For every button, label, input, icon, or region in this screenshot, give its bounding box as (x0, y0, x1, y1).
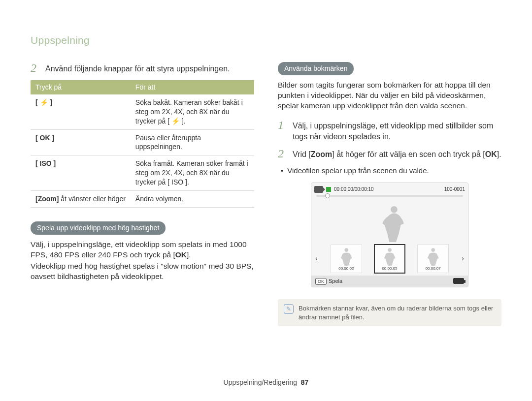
progress-knob-icon (325, 193, 330, 198)
table-key: [ ISO ] (31, 155, 131, 191)
page-section-title: Uppspelning (31, 33, 501, 47)
progress-bar (316, 195, 463, 197)
silhouette-figure (374, 204, 414, 242)
step-number: 2 (31, 62, 39, 74)
page-footer: Uppspelning/Redigering 87 (0, 378, 532, 387)
table-row: [ ⚡ ] Söka bakåt. Kameran söker bakåt i … (31, 94, 254, 129)
body-text: Välj, i uppspelningsläge, ett videoklipp… (31, 240, 254, 260)
thumbnail-selected: 00:00:05 (374, 244, 405, 274)
heading-pill-bookmarks: Använda bokmärken (278, 62, 354, 75)
table-val: Pausa eller återuppta uppspelningen. (131, 129, 254, 155)
note-icon: ✎ (284, 304, 294, 314)
chevron-right-icon: › (461, 254, 465, 263)
bullet-dot-icon: • (281, 166, 283, 176)
note-box: ✎ Bokmärken stannar kvar, även om du rad… (278, 299, 501, 326)
table-val: Söka bakåt. Kameran söker bakåt i steg o… (131, 94, 254, 129)
battery-icon (453, 278, 464, 284)
video-icon (314, 186, 323, 193)
thumbnail-time: 00:00:05 (375, 266, 404, 273)
body-text: Videoklipp med hög hastighet spelas i "s… (31, 261, 254, 282)
table-row: [Zoom] [Zoom] åt vänster eller högeråt v… (31, 190, 254, 207)
step-text: Använd följande knappar för att styra up… (45, 62, 254, 74)
playback-time: 00:00:00/00:00:10 (334, 186, 374, 193)
step-row: 2 Vrid [Zoom] åt höger för att välja en … (278, 148, 501, 160)
chevron-left-icon: ‹ (314, 254, 319, 263)
note-text: Bokmärken stannar kvar, även om du rader… (299, 304, 496, 321)
body-text: Bilder som tagits fungerar som bokmärken… (278, 80, 501, 111)
camera-display: 00:00:00/00:00:10 100-0001 ‹ 0 (311, 183, 468, 287)
table-row: [ OK ] Pausa eller återuppta uppspelning… (31, 129, 254, 155)
table-key: [Zoom] [Zoom] åt vänster eller högeråt v… (31, 190, 131, 207)
bullet-item: • Videofilen spelar upp från scenen du v… (278, 166, 501, 176)
table-key: [ OK ] (31, 129, 131, 155)
table-header-press: Tryck på (31, 80, 131, 94)
table-key: [ ⚡ ] (31, 94, 131, 129)
bullet-text: Videofilen spelar upp från scenen du val… (287, 166, 429, 176)
table-row: [ ISO ] Söka framåt. Kameran söker framå… (31, 155, 254, 191)
table-header-to: För att (131, 80, 254, 94)
ok-pill-icon: OK (315, 278, 327, 285)
step-text: Välj, i uppspelningsläge, ett videoklipp… (293, 119, 501, 142)
thumbnail: 00:00:02 (331, 245, 362, 273)
thumbnail-time: 00:00:07 (418, 266, 448, 273)
table-val: Ändra volymen. (131, 190, 254, 207)
thumbnail-time: 00:00:02 (331, 266, 362, 273)
heading-pill-highspeed: Spela upp videoklipp med hög hastighet (31, 221, 166, 235)
thumbnail: 00:00:07 (417, 245, 449, 273)
step-row: 1 Välj, i uppspelningsläge, ett videokli… (278, 119, 501, 142)
step-row: 2 Använd följande knappar för att styra … (31, 62, 254, 74)
table-val: Söka framåt. Kameran söker framåt i steg… (131, 155, 254, 191)
step-text: Vrid [Zoom] åt höger för att välja en sc… (293, 148, 501, 160)
ok-play-label: OKSpela (315, 278, 342, 285)
step-number: 1 (278, 119, 287, 142)
controls-table: Tryck på För att [ ⚡ ] Söka bakåt. Kamer… (31, 80, 254, 208)
play-indicator-icon (326, 187, 331, 192)
file-id: 100-0001 (444, 186, 465, 193)
step-number: 2 (278, 148, 287, 160)
